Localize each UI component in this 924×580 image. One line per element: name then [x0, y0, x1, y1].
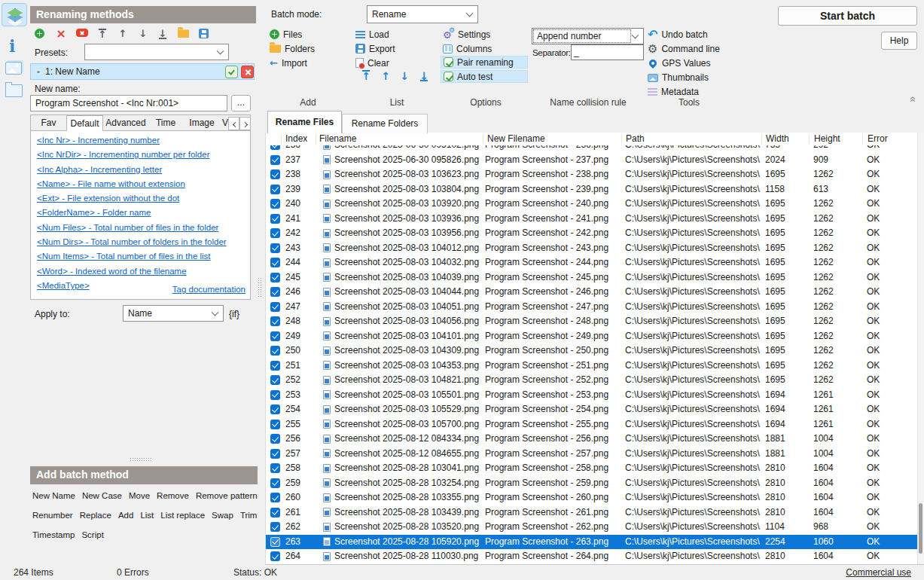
table-row[interactable]: 241Screenshot 2025-08-03 103936.pngProgr…: [266, 212, 918, 227]
column-header-new-filename[interactable]: New Filename: [487, 133, 545, 144]
row-checkbox[interactable]: [270, 508, 280, 517]
tab-advanced[interactable]: Advanced: [103, 115, 148, 130]
row-checkbox[interactable]: [270, 346, 280, 356]
table-row[interactable]: 254Screenshot 2025-08-03 105529.pngProgr…: [266, 402, 918, 417]
move-file-bottom-button[interactable]: ↓: [419, 70, 429, 82]
move-file-top-button[interactable]: ↑: [361, 70, 371, 82]
rail-folders-button[interactable]: [2, 81, 27, 105]
row-checkbox[interactable]: [270, 478, 280, 488]
table-row[interactable]: 256Screenshot 2025-08-12 084334.pngProgr…: [266, 432, 918, 447]
presets-dropdown[interactable]: [84, 44, 229, 60]
row-checkbox[interactable]: [270, 169, 280, 179]
clear-button[interactable]: Clear: [355, 56, 389, 69]
column-header-index[interactable]: Index: [285, 133, 307, 144]
tab-rename-files[interactable]: Rename Files: [267, 111, 342, 133]
table-row[interactable]: 247Screenshot 2025-08-03 104051.pngProgr…: [266, 300, 918, 315]
move-file-up-button[interactable]: ↑: [380, 70, 391, 82]
table-row[interactable]: 257Screenshot 2025-08-12 084655.pngProgr…: [266, 447, 918, 462]
row-checkbox[interactable]: [270, 404, 280, 414]
row-checkbox[interactable]: [270, 302, 280, 312]
table-row[interactable]: 255Screenshot 2025-08-03 105700.pngProgr…: [266, 417, 918, 432]
add-files-button[interactable]: Files: [270, 28, 302, 41]
row-checkbox[interactable]: [270, 331, 280, 341]
row-checkbox[interactable]: [270, 243, 280, 253]
table-row[interactable]: 259Screenshot 2025-08-28 103254.pngProgr…: [266, 476, 918, 491]
table-row[interactable]: 246Screenshot 2025-08-03 104044.pngProgr…: [266, 285, 918, 300]
add-folders-button[interactable]: Folders: [270, 42, 315, 55]
add-batch-script[interactable]: Script: [81, 530, 103, 539]
table-row[interactable]: 244Screenshot 2025-08-03 104032.pngProgr…: [266, 255, 918, 270]
add-batch-new-name[interactable]: New Name: [32, 491, 75, 500]
add-batch-timestamp[interactable]: Timestamp: [32, 530, 75, 539]
table-row[interactable]: 242Screenshot 2025-08-03 103956.pngProgr…: [266, 226, 918, 241]
method-header[interactable]: - 1: New Name: [30, 63, 255, 80]
row-checkbox[interactable]: [270, 420, 280, 429]
table-row[interactable]: 248Screenshot 2025-08-03 104056.pngProgr…: [266, 314, 918, 329]
row-checkbox[interactable]: [270, 551, 280, 561]
add-batch-add[interactable]: Add: [118, 511, 133, 520]
row-checkbox[interactable]: [270, 155, 280, 165]
separator-input[interactable]: _: [571, 44, 644, 60]
export-button[interactable]: Export: [355, 42, 395, 55]
tab-rename-folders[interactable]: Rename Folders: [342, 114, 428, 133]
table-row[interactable]: 250Screenshot 2025-08-03 104309.pngProgr…: [266, 343, 918, 359]
pair-renaming-checkbox[interactable]: Pair renaming: [441, 56, 528, 69]
tab-default[interactable]: Default: [66, 115, 103, 131]
import-button[interactable]: Import: [270, 56, 307, 69]
column-header-path[interactable]: Path: [626, 133, 645, 144]
tag-link[interactable]: <Word> - Indexed word of the filename: [37, 264, 227, 279]
tag-link[interactable]: <FolderName> - Folder name: [37, 206, 227, 220]
rail-images-button[interactable]: [2, 59, 27, 82]
browse-tags-button[interactable]: ...: [231, 95, 251, 111]
row-checkbox[interactable]: [270, 228, 280, 238]
open-preset-button[interactable]: [178, 27, 191, 41]
delete-method-button[interactable]: [56, 27, 69, 41]
tag-link[interactable]: <Name> - File name without extension: [37, 177, 227, 191]
delete-all-methods-button[interactable]: [76, 27, 90, 41]
move-method-top-button[interactable]: ↑: [96, 27, 110, 41]
add-batch-remove-pattern[interactable]: Remove pattern: [196, 491, 258, 500]
move-method-up-button[interactable]: ↑: [117, 27, 130, 41]
table-row[interactable]: 258Screenshot 2025-08-28 103041.pngProgr…: [266, 461, 918, 476]
method-collapse[interactable]: -: [37, 66, 40, 77]
gps-values-button[interactable]: GPS Values: [648, 56, 710, 69]
command-line-button[interactable]: Command line: [648, 42, 720, 55]
add-batch-list-replace[interactable]: List replace: [160, 511, 205, 520]
row-checkbox[interactable]: [270, 493, 280, 502]
table-row[interactable]: 262Screenshot 2025-08-28 103520.pngProgr…: [266, 520, 918, 535]
if-button[interactable]: {if}: [229, 309, 239, 319]
add-batch-move[interactable]: Move: [129, 491, 150, 500]
auto-test-checkbox[interactable]: Auto test: [441, 70, 528, 83]
apply-to-dropdown[interactable]: Name: [123, 305, 224, 322]
tab-time[interactable]: Time: [148, 115, 183, 130]
method-delete-button[interactable]: [241, 66, 254, 78]
batch-mode-dropdown[interactable]: Rename: [367, 5, 478, 23]
table-row[interactable]: 245Screenshot 2025-08-03 104039.pngProgr…: [266, 270, 918, 285]
row-checkbox[interactable]: [270, 316, 280, 326]
table-row[interactable]: 251Screenshot 2025-08-03 104353.pngProgr…: [266, 359, 918, 374]
table-row[interactable]: 252Screenshot 2025-08-03 104821.pngProgr…: [266, 373, 918, 388]
add-batch-replace[interactable]: Replace: [80, 511, 111, 520]
row-checkbox[interactable]: [270, 375, 280, 385]
row-checkbox[interactable]: [270, 185, 280, 194]
add-batch-new-case[interactable]: New Case: [82, 491, 122, 500]
table-row[interactable]: 243Screenshot 2025-08-03 104012.pngProgr…: [266, 241, 918, 256]
row-checkbox[interactable]: [270, 214, 280, 224]
row-checkbox[interactable]: [270, 449, 280, 459]
tag-link[interactable]: <Inc Alpha> - Incrementing letter: [37, 163, 227, 177]
row-checkbox[interactable]: [270, 390, 280, 400]
rail-info-button[interactable]: i: [2, 36, 27, 60]
metadata-button[interactable]: Metadata: [648, 85, 699, 98]
rail-renaming-methods-button[interactable]: [2, 3, 27, 26]
tag-link[interactable]: <Ext> - File extension without the dot: [37, 191, 227, 206]
start-batch-button[interactable]: Start batch: [778, 6, 917, 26]
table-row[interactable]: 263Screenshot 2025-08-28 105920.pngProgr…: [266, 535, 918, 550]
scrollbar-thumb[interactable]: [919, 503, 922, 554]
table-row[interactable]: 264Screenshot 2025-08-28 110030.pngProgr…: [266, 549, 918, 564]
tag-link[interactable]: <Num Dirs> - Total number of folders in …: [37, 235, 227, 249]
tag-link[interactable]: <Num Files> - Total number of files in t…: [37, 221, 227, 235]
table-row[interactable]: 239Screenshot 2025-08-03 103804.pngProgr…: [266, 182, 918, 197]
add-batch-renumber[interactable]: Renumber: [32, 511, 73, 520]
add-batch-remove[interactable]: Remove: [157, 491, 189, 500]
columns-button[interactable]: Columns: [443, 42, 492, 55]
